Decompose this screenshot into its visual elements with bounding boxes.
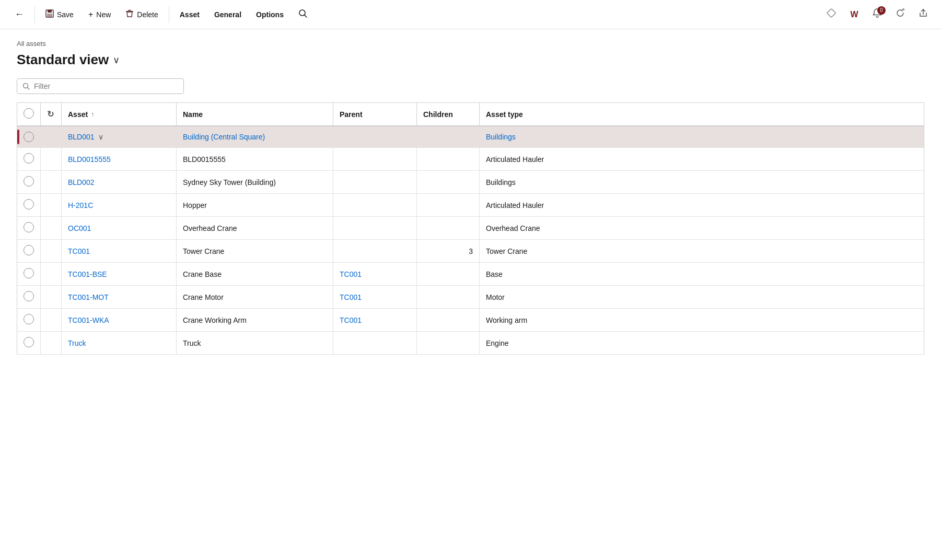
th-type-label: Asset type	[486, 110, 523, 119]
filter-input[interactable]	[34, 82, 178, 90]
asset-link[interactable]: OC001	[68, 224, 91, 232]
asset-link[interactable]: TC001-MOT	[68, 293, 109, 301]
asset-link[interactable]: TC001-WKA	[68, 316, 109, 324]
asset-link[interactable]: Truck	[68, 339, 86, 347]
th-asset[interactable]: Asset ↑	[62, 103, 177, 126]
asset-menu-button[interactable]: Asset	[173, 7, 206, 22]
th-type[interactable]: Asset type	[480, 103, 924, 126]
delete-button[interactable]: Delete	[119, 6, 164, 23]
th-children-label: Children	[423, 110, 453, 119]
row-children-cell	[417, 309, 480, 332]
back-button[interactable]: ←	[8, 6, 30, 23]
th-parent[interactable]: Parent	[333, 103, 417, 126]
row-asset-cell[interactable]: BLD001 ∨	[62, 126, 177, 148]
row-checkbox-cell	[17, 263, 41, 286]
row-asset-cell[interactable]: H-201C	[62, 194, 177, 217]
row-name-cell: Crane Base	[177, 263, 333, 286]
th-name[interactable]: Name	[177, 103, 333, 126]
table-row[interactable]: BLD0015555BLD0015555Articulated Hauler	[17, 148, 924, 171]
page-title-row: Standard view ∨	[17, 52, 924, 68]
table-row[interactable]: TruckTruckEngine	[17, 332, 924, 355]
table-row[interactable]: OC001Overhead CraneOverhead Crane	[17, 217, 924, 240]
search-icon	[298, 9, 308, 20]
th-children[interactable]: Children	[417, 103, 480, 126]
row-checkbox[interactable]	[24, 314, 34, 324]
row-asset-cell[interactable]: TC001-WKA	[62, 309, 177, 332]
word-icon-button[interactable]: W	[845, 5, 864, 24]
svg-line-10	[28, 88, 30, 90]
row-type-cell: Articulated Hauler	[480, 148, 924, 171]
diamond-icon-button[interactable]	[822, 5, 841, 24]
notification-button[interactable]: 0	[868, 5, 887, 24]
row-refresh-cell	[41, 309, 62, 332]
row-children-cell	[417, 126, 480, 148]
parent-link[interactable]: TC001	[340, 316, 362, 324]
export-icon	[918, 8, 928, 21]
row-name-cell: Overhead Crane	[177, 217, 333, 240]
row-type-cell: Working arm	[480, 309, 924, 332]
table-row[interactable]: TC001-MOTCrane MotorTC001Motor	[17, 286, 924, 309]
asset-link[interactable]: TC001-BSE	[68, 270, 107, 278]
row-asset-cell[interactable]: OC001	[62, 217, 177, 240]
row-checkbox[interactable]	[24, 222, 34, 232]
row-checkbox-cell	[17, 286, 41, 309]
row-refresh-cell	[41, 194, 62, 217]
table-row[interactable]: H-201CHopperArticulated Hauler	[17, 194, 924, 217]
table-row[interactable]: TC001-BSECrane BaseTC001Base	[17, 263, 924, 286]
save-label: Save	[57, 10, 74, 19]
svg-line-6	[304, 15, 307, 18]
row-checkbox[interactable]	[24, 199, 34, 209]
search-button[interactable]	[292, 6, 314, 23]
parent-link[interactable]: TC001	[340, 270, 362, 278]
table-row[interactable]: BLD001 ∨Building (Central Square)Buildin…	[17, 126, 924, 148]
table-row[interactable]: TC001Tower Crane3Tower Crane	[17, 240, 924, 263]
row-asset-cell[interactable]: TC001-BSE	[62, 263, 177, 286]
export-button[interactable]	[914, 5, 933, 24]
row-checkbox-cell	[17, 148, 41, 171]
svg-rect-1	[48, 10, 52, 13]
row-refresh-cell	[41, 286, 62, 309]
view-chevron-icon[interactable]: ∨	[113, 54, 120, 66]
asset-link[interactable]: H-201C	[68, 201, 93, 209]
table-body: BLD001 ∨Building (Central Square)Buildin…	[17, 126, 924, 355]
row-checkbox[interactable]	[24, 337, 34, 347]
row-asset-cell[interactable]: BLD0015555	[62, 148, 177, 171]
table-row[interactable]: TC001-WKACrane Working ArmTC001Working a…	[17, 309, 924, 332]
save-button[interactable]: Save	[39, 6, 80, 23]
row-asset-cell[interactable]: TC001-MOT	[62, 286, 177, 309]
row-name-cell: Sydney Sky Tower (Building)	[177, 171, 333, 194]
row-refresh-cell	[41, 263, 62, 286]
asset-link[interactable]: BLD0015555	[68, 155, 111, 164]
svg-rect-7	[827, 9, 836, 18]
row-name-cell: Tower Crane	[177, 240, 333, 263]
diamond-icon	[826, 7, 837, 21]
row-asset-cell[interactable]: TC001	[62, 240, 177, 263]
row-checkbox[interactable]	[24, 291, 34, 301]
asset-link[interactable]: BLD002	[68, 178, 95, 186]
row-type-cell: Motor	[480, 286, 924, 309]
general-menu-button[interactable]: General	[208, 7, 248, 22]
new-button[interactable]: + New	[82, 7, 117, 22]
parent-link[interactable]: TC001	[340, 293, 362, 301]
selected-indicator	[17, 130, 19, 144]
new-label: New	[96, 10, 111, 19]
type-link[interactable]: Buildings	[486, 133, 516, 141]
expand-chevron-icon[interactable]: ∨	[98, 133, 103, 141]
asset-link[interactable]: BLD001	[68, 133, 95, 141]
row-checkbox[interactable]	[24, 268, 34, 278]
refresh-toolbar-button[interactable]	[891, 5, 910, 24]
header-checkbox[interactable]	[24, 108, 34, 119]
table-row[interactable]: BLD002Sydney Sky Tower (Building)Buildin…	[17, 171, 924, 194]
row-asset-cell[interactable]: Truck	[62, 332, 177, 355]
word-icon: W	[850, 10, 858, 19]
row-checkbox[interactable]	[24, 245, 34, 255]
row-checkbox-cell	[17, 332, 41, 355]
row-asset-cell[interactable]: BLD002	[62, 171, 177, 194]
row-children-cell	[417, 148, 480, 171]
row-checkbox[interactable]	[24, 176, 34, 186]
asset-link[interactable]: TC001	[68, 247, 90, 255]
header-refresh-icon[interactable]: ↻	[47, 110, 54, 119]
row-checkbox[interactable]	[24, 153, 34, 164]
row-checkbox[interactable]	[24, 132, 34, 142]
options-menu-button[interactable]: Options	[250, 7, 290, 22]
